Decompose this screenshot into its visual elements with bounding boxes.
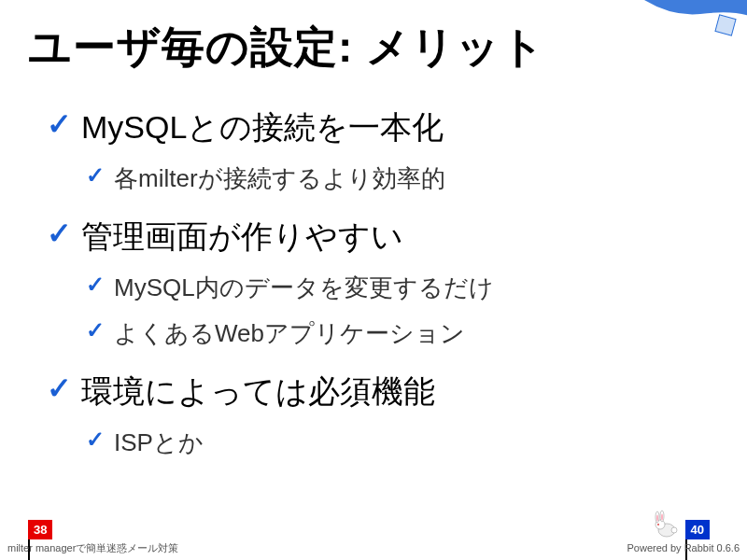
bullet-item: ✓ 管理画面が作りやすい [47, 216, 710, 259]
svg-point-7 [657, 524, 659, 525]
slide-title: ユーザ毎の設定: メリット [0, 0, 747, 86]
check-icon: ✓ [47, 106, 72, 142]
total-page-number: 40 [691, 523, 704, 537]
footer-right: Powered by Rabbit 0.6.6 [627, 542, 740, 553]
bullet-item: ✓ 環境によっては必須機能 [47, 371, 710, 413]
svg-point-6 [661, 514, 663, 521]
corner-decoration [644, 0, 747, 47]
bullet-item: ✓ 各milterが接続するより効率的 [86, 162, 710, 195]
bullet-text: MySQL内のデータを変更するだけ [114, 272, 494, 304]
check-icon: ✓ [86, 162, 105, 189]
bullet-text: 管理画面が作りやすい [81, 216, 403, 259]
svg-point-5 [656, 515, 658, 522]
footer-left: milter managerで簡単迷惑メール対策 [7, 541, 178, 555]
slide-content: ✓ MySQLとの接続を一本化 ✓ 各milterが接続するより効率的 ✓ 管理… [0, 106, 747, 459]
rabbit-icon [648, 506, 682, 539]
bullet-text: 各milterが接続するより効率的 [114, 162, 445, 195]
check-icon: ✓ [86, 272, 105, 298]
check-icon: ✓ [47, 216, 72, 251]
bullet-text: 環境によっては必須機能 [81, 371, 435, 413]
check-icon: ✓ [47, 371, 72, 406]
current-page-flag: 38 [28, 520, 52, 539]
bullet-item: ✓ MySQL内のデータを変更するだけ [86, 272, 710, 304]
check-icon: ✓ [86, 317, 105, 343]
bullet-item: ✓ MySQLとの接続を一本化 [47, 106, 710, 149]
svg-rect-0 [715, 15, 736, 35]
total-page-flag: 40 [685, 520, 710, 539]
footer: milter managerで簡単迷惑メール対策 Powered by Rabb… [0, 539, 747, 560]
bullet-text: ISPとか [114, 427, 204, 459]
current-page-number: 38 [34, 523, 47, 537]
bullet-item: ✓ ISPとか [86, 427, 710, 459]
bullet-text: MySQLとの接続を一本化 [81, 106, 444, 149]
check-icon: ✓ [86, 427, 105, 453]
bullet-item: ✓ よくあるWebアプリケーション [86, 317, 710, 350]
bullet-text: よくあるWebアプリケーション [114, 317, 465, 350]
svg-point-8 [671, 527, 677, 533]
